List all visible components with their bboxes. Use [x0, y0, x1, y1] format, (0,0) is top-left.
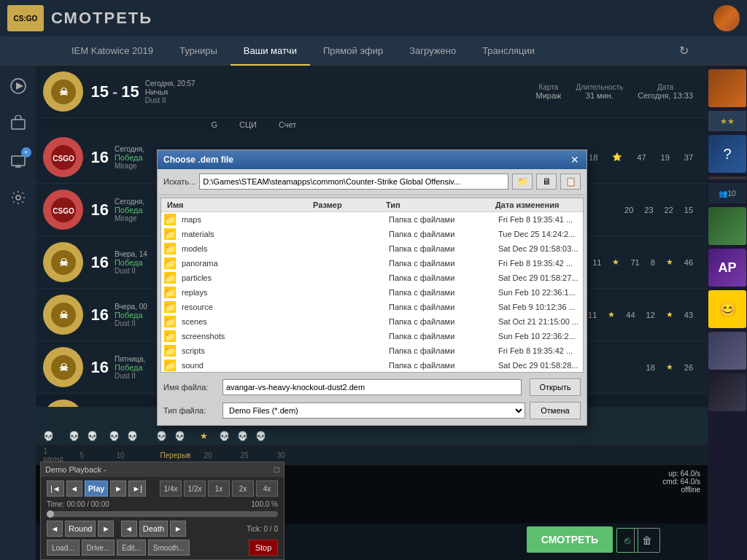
dialog-path-input[interactable] [199, 174, 508, 190]
demo-btn-begin[interactable]: |◄ [47, 481, 64, 497]
demo-btn-end[interactable]: ►| [128, 481, 146, 497]
dialog-filetype-select[interactable]: Demo Files (*.dem) [222, 402, 525, 419]
demo-round-next[interactable]: ► [98, 521, 114, 537]
match-table-header: G СЦИ Счет [36, 118, 708, 131]
file-row-scenes[interactable]: 📁 scenes Папка с файлами Sat Oct 21 21:1… [161, 314, 583, 329]
page-title: СМОТРЕТЬ [51, 9, 152, 28]
demo-progress-slider[interactable] [47, 511, 278, 517]
dialog-cancel-button[interactable]: Отмена [530, 402, 581, 419]
online-count: 👥10 [708, 183, 746, 203]
dialog-filename-row: Имя файла: Открыть [158, 376, 587, 399]
demo-close-button[interactable]: □ [274, 464, 279, 475]
tab-iem[interactable]: IEM Katowice 2019 [58, 36, 166, 66]
demo-drive-button[interactable]: Drive... [82, 540, 115, 556]
demo-stop-button[interactable]: Stop [249, 540, 278, 556]
top-bar: CS:GO СМОТРЕТЬ [0, 0, 747, 36]
user-avatar[interactable] [713, 5, 740, 31]
match-logo-6: ☠ [43, 347, 83, 387]
dialog-open-button[interactable]: Открыть [530, 378, 581, 396]
match-logo-2: CSGO [43, 137, 83, 177]
delete-button[interactable]: 🗑 [634, 528, 660, 553]
match-logo-1: ☠ [43, 71, 83, 112]
demo-speed-2x[interactable]: 2x [232, 481, 254, 497]
file-row-materials[interactable]: 📁 materials Папка с файлами Tue Dec 25 1… [161, 227, 583, 241]
file-row-maps[interactable]: 📁 maps Папка с файлами Fri Feb 8 19:35:4… [161, 212, 583, 227]
match-detail-date: Дата Сегодня, 13:33 [638, 83, 693, 100]
file-row-resource[interactable]: 📁 resource Папка с файлами Sat Feb 9 10:… [161, 300, 583, 314]
tab-downloaded[interactable]: Загружено [396, 36, 469, 66]
dialog-path-btn3[interactable]: 📋 [560, 174, 581, 190]
match-score-1: 15 - 15 [90, 82, 139, 101]
right-avatar-5[interactable]: 😊 [708, 290, 746, 328]
dialog-close-button[interactable]: ✕ [569, 154, 581, 166]
right-avatar-2[interactable]: ? [708, 135, 746, 173]
file-row-replays[interactable]: 📁 replays Папка с файлами Sun Feb 10 22:… [161, 285, 583, 300]
file-row-models[interactable]: 📁 models Папка с файлами Sat Dec 29 01:5… [161, 241, 583, 256]
file-row-sound[interactable]: 📁 sound Папка с файлами Sat Dec 29 01:58… [161, 358, 583, 373]
svg-text:CSGO: CSGO [53, 155, 74, 163]
file-row-panorama[interactable]: 📁 panorama Папка с файлами Fri Feb 8 19:… [161, 256, 583, 271]
match-with-detail: ☠ 15 - 15 Сегодня, 20:57 Ничья Dust II [36, 66, 708, 131]
tab-my-matches[interactable]: Ваши матчи [231, 36, 310, 66]
demo-btn-next[interactable]: ► [110, 481, 126, 497]
dialog-filename-input[interactable] [222, 379, 522, 395]
demo-round-label[interactable]: Round [65, 521, 96, 537]
match-info-4: Вчера, 14 Победа Dust II [115, 250, 147, 275]
demo-time-row: Time: 00:00 / 00:00 100.0 % [47, 500, 278, 508]
csgo-logo[interactable]: CS:GO [7, 5, 44, 31]
demo-load-button[interactable]: Load... [47, 540, 80, 556]
demo-death-next[interactable]: ► [170, 521, 186, 537]
demo-round-prev[interactable]: ◄ [47, 521, 63, 537]
refresh-button[interactable]: ↻ [679, 44, 689, 58]
file-row-scripts[interactable]: 📁 scripts Папка с файлами Fri Feb 8 19:3… [161, 343, 583, 358]
right-avatar-4[interactable]: AP [708, 249, 746, 287]
match-score-6: 16 [90, 358, 108, 377]
sidebar-icon-tv[interactable]: + [5, 147, 31, 174]
right-avatar-6[interactable] [708, 332, 746, 370]
demo-smooth-button[interactable]: Smooth... [148, 540, 190, 556]
tab-live[interactable]: Прямой эфир [310, 36, 396, 66]
demo-speed-1x[interactable]: 1x [208, 481, 230, 497]
left-sidebar: + [0, 66, 36, 560]
demo-speed-half[interactable]: 1/2x [184, 481, 206, 497]
demo-speed-quarter[interactable]: 1/4x [160, 481, 182, 497]
file-row-screenshots[interactable]: 📁 screenshots Папка с файлами Sun Feb 10… [161, 329, 583, 343]
rank-badge: ★★ [708, 111, 746, 131]
sidebar-icon-play[interactable] [5, 73, 31, 99]
right-avatar-7[interactable] [708, 373, 746, 411]
tab-broadcasts[interactable]: Трансляции [469, 36, 548, 66]
folder-icon: 📁 [164, 345, 176, 357]
demo-btn-prev[interactable]: ◄ [66, 481, 82, 497]
nav-tabs: IEM Katowice 2019 Турниры Ваши матчи Пря… [0, 36, 747, 66]
dialog-file-list[interactable]: Имя Размер Тип Дата изменения 📁 maps Пап… [160, 198, 584, 373]
svg-point-6 [16, 195, 20, 200]
file-row-particles[interactable]: 📁 particles Папка с файлами Sat Dec 29 0… [161, 271, 583, 285]
demo-extra-row: ◄ Round ► ◄ Death ► Tick: 0 / 0 [47, 521, 278, 537]
dialog-path-up[interactable]: 📁 [512, 174, 533, 190]
demo-speed-4x[interactable]: 4x [256, 481, 278, 497]
file-dialog: Choose .dem file ✕ Искать... 📁 🖥 📋 Имя Р… [157, 149, 587, 426]
dialog-titlebar: Choose .dem file ✕ [158, 150, 587, 169]
match-info-1: Сегодня, 20:57 Ничья Dust II [145, 79, 196, 104]
sidebar-icon-settings[interactable] [5, 184, 31, 211]
demo-death-label[interactable]: Death [139, 521, 168, 537]
match-score-2: 16 [90, 148, 108, 167]
match-score-4: 16 [90, 253, 108, 272]
right-avatar-3[interactable] [708, 207, 746, 245]
tab-tournaments[interactable]: Турниры [166, 36, 231, 66]
folder-icon: 📁 [164, 287, 176, 298]
match-info-3: Сегодня, Победа Mirage [115, 198, 144, 222]
demo-btn-play[interactable]: Play [85, 481, 109, 497]
sidebar-icon-cases[interactable] [5, 110, 31, 136]
match-card-1[interactable]: ☠ 15 - 15 Сегодня, 20:57 Ничья Dust II [36, 66, 708, 118]
watch-button[interactable]: СМОТРЕТЬ [527, 526, 613, 553]
demo-edit-button[interactable]: Edit... [117, 540, 146, 556]
folder-icon: 📁 [164, 301, 176, 313]
folder-icon: 📁 [164, 243, 176, 254]
folder-icon: 📁 [164, 228, 176, 240]
right-avatar-1[interactable] [708, 69, 746, 107]
demo-controls: |◄ ◄ Play ► ►| 1/4x 1/2x 1x 2x 4x Time: … [41, 477, 284, 559]
folder-icon: 📁 [164, 330, 176, 342]
demo-death-prev[interactable]: ◄ [121, 521, 137, 537]
dialog-path-btn2[interactable]: 🖥 [536, 174, 557, 190]
